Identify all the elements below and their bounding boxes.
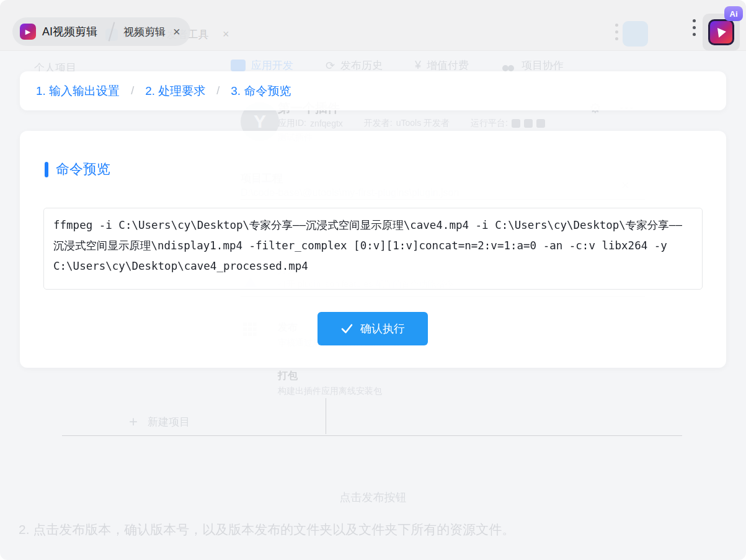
bg-plugin-meta: 应用ID: znfqegtx 开发者: uTools 开发者 运行平台:: [278, 118, 545, 129]
divider: [62, 435, 682, 436]
divider: [326, 398, 326, 434]
dev-icon: [231, 60, 246, 71]
app-window: uTools 开发者工具 × ▶ AI视频剪辑 视频剪辑 × Ai: [0, 0, 746, 560]
more-menu-icon[interactable]: [693, 19, 696, 36]
package-action-icon: [243, 370, 258, 384]
bg-new-project: + 新建项目: [129, 413, 190, 430]
step-input-output-settings[interactable]: 1. 输入输出设置: [36, 83, 120, 99]
section-header: 命令预览: [45, 160, 110, 179]
command-preview-card: 命令预览 ffmpeg -i C:\Users\cy\Desktop\专家分享—…: [20, 131, 726, 368]
bg-nav-tabs: 应用开发 ⟳ 发布历史 ¥ 增值付费 项目协作: [231, 58, 564, 73]
play-triangle-icon: [717, 27, 727, 38]
yen-icon: ¥: [415, 59, 421, 72]
bg-tab-publish-history: ⟳ 发布历史: [326, 58, 383, 73]
tab-ai-video-edit[interactable]: ▶ AI视频剪辑: [20, 24, 111, 40]
people-icon: [501, 60, 516, 71]
tab-ai-video-edit-label: AI视频剪辑: [42, 24, 97, 39]
steps-breadcrumb: 1. 输入输出设置 / 2. 处理要求 / 3. 命令预览: [20, 71, 726, 110]
bg-action-package-desc: 构建出插件应用离线安装包: [278, 386, 382, 397]
app-launcher-tile[interactable]: Ai: [703, 14, 740, 51]
ffmpeg-command-text: ffmpeg -i C:\Users\cy\Desktop\专家分享——沉浸式空…: [53, 215, 693, 277]
refresh-icon: ⟳: [326, 59, 335, 73]
section-accent-bar: [45, 162, 48, 177]
bg-tab-collaboration: 项目协作: [501, 58, 564, 73]
section-title: 命令预览: [56, 160, 110, 179]
command-preview-box[interactable]: ffmpeg -i C:\Users\cy\Desktop\专家分享——沉浸式空…: [43, 208, 703, 290]
play-icon: ▶: [20, 24, 36, 40]
linux-icon: [536, 119, 545, 128]
bg-tab-app-dev: 应用开发: [231, 58, 293, 73]
confirm-execute-button[interactable]: 确认执行: [317, 312, 428, 345]
tab-group: ▶ AI视频剪辑 视频剪辑 ×: [12, 17, 190, 46]
confirm-execute-label: 确认执行: [360, 321, 405, 336]
mac-icon: [524, 119, 533, 128]
ai-badge: Ai: [724, 6, 743, 21]
step-separator: /: [131, 84, 134, 97]
step-command-preview[interactable]: 3. 命令预览: [231, 83, 291, 99]
bg-tab-paid-features: ¥ 增值付费: [415, 58, 469, 73]
titlebar: uTools 开发者工具 × ▶ AI视频剪辑 视频剪辑 × Ai: [0, 0, 746, 51]
check-icon: [340, 323, 353, 334]
close-icon[interactable]: ×: [173, 25, 180, 38]
background-tab-close-icon: ×: [223, 28, 229, 41]
faded-kebab-icon: [615, 24, 618, 40]
tab-video-edit-label: 视频剪辑: [123, 25, 166, 39]
bg-footer-note: 2. 点击发布版本，确认版本号，以及版本发布的文件夹以及文件夹下所有的资源文件。: [19, 521, 515, 538]
tab-video-edit[interactable]: 视频剪辑 ×: [112, 25, 180, 39]
faded-code-app-icon: [623, 21, 648, 47]
step-processing-requirements[interactable]: 2. 处理要求: [145, 83, 205, 99]
bg-publish-hint: 点击发布按钮: [0, 490, 746, 505]
plus-icon: +: [129, 413, 138, 430]
step-separator: /: [216, 84, 220, 97]
bg-action-package-title: 打包: [278, 370, 298, 383]
video-app-icon: [708, 19, 734, 45]
windows-icon: [512, 119, 520, 128]
